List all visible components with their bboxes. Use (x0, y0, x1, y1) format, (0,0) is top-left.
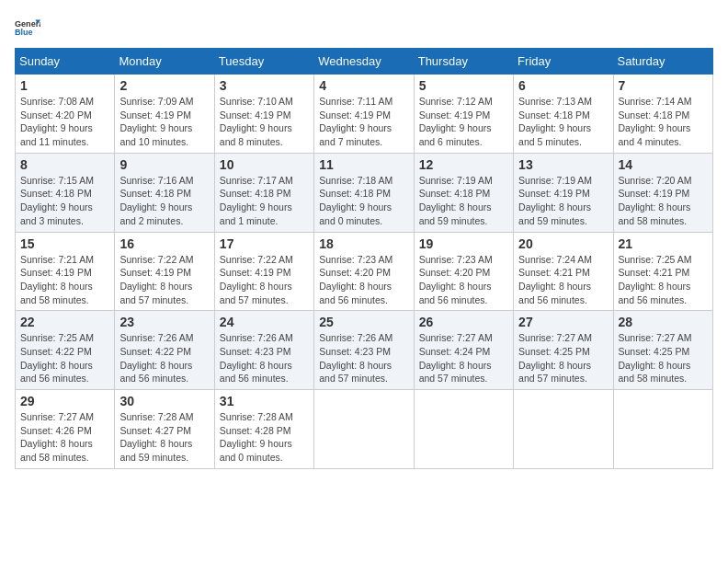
logo: General Blue (15, 15, 44, 40)
calendar-day: 4 Sunrise: 7:11 AMSunset: 4:19 PMDayligh… (314, 75, 414, 154)
calendar-day: 30 Sunrise: 7:28 AMSunset: 4:27 PMDaylig… (115, 390, 214, 469)
weekday-cell: Tuesday (214, 49, 313, 75)
calendar-day: 1 Sunrise: 7:08 AMSunset: 4:20 PMDayligh… (16, 75, 115, 154)
day-number: 5 (419, 78, 508, 93)
day-detail: Sunrise: 7:28 AMSunset: 4:27 PMDaylight:… (119, 410, 209, 465)
day-detail: Sunrise: 7:12 AMSunset: 4:19 PMDaylight:… (419, 95, 508, 149)
logo-icon: General Blue (15, 15, 40, 40)
calendar-week: 1 Sunrise: 7:08 AMSunset: 4:20 PMDayligh… (16, 75, 713, 154)
day-detail: Sunrise: 7:22 AMSunset: 4:19 PMDaylight:… (220, 253, 309, 307)
day-detail: Sunrise: 7:16 AMSunset: 4:18 PMDaylight:… (119, 174, 209, 228)
calendar-day: 3 Sunrise: 7:10 AMSunset: 4:19 PMDayligh… (214, 75, 313, 154)
calendar-day: 12 Sunrise: 7:19 AMSunset: 4:18 PMDaylig… (414, 153, 513, 232)
weekday-cell: Sunday (16, 49, 115, 75)
day-detail: Sunrise: 7:24 AMSunset: 4:21 PMDaylight:… (518, 253, 608, 307)
day-detail: Sunrise: 7:19 AMSunset: 4:19 PMDaylight:… (518, 174, 608, 228)
day-number: 31 (220, 394, 309, 408)
day-detail: Sunrise: 7:10 AMSunset: 4:19 PMDaylight:… (220, 95, 309, 149)
calendar-day: 21 Sunrise: 7:25 AMSunset: 4:21 PMDaylig… (613, 232, 712, 311)
calendar-day (514, 390, 613, 469)
day-detail: Sunrise: 7:25 AMSunset: 4:21 PMDaylight:… (619, 253, 708, 307)
day-detail: Sunrise: 7:13 AMSunset: 4:18 PMDaylight:… (518, 95, 608, 149)
calendar-day: 16 Sunrise: 7:22 AMSunset: 4:19 PMDaylig… (115, 232, 214, 311)
calendar-day: 7 Sunrise: 7:14 AMSunset: 4:18 PMDayligh… (613, 75, 712, 154)
day-number: 23 (119, 315, 209, 329)
day-number: 19 (419, 236, 508, 251)
calendar-day: 2 Sunrise: 7:09 AMSunset: 4:19 PMDayligh… (115, 75, 214, 154)
day-detail: Sunrise: 7:27 AMSunset: 4:24 PMDaylight:… (419, 331, 508, 385)
calendar-day: 23 Sunrise: 7:26 AMSunset: 4:22 PMDaylig… (115, 311, 214, 390)
day-number: 3 (220, 78, 309, 93)
calendar-day: 18 Sunrise: 7:23 AMSunset: 4:20 PMDaylig… (314, 232, 414, 311)
calendar-day: 14 Sunrise: 7:20 AMSunset: 4:19 PMDaylig… (613, 153, 712, 232)
day-detail: Sunrise: 7:23 AMSunset: 4:20 PMDaylight:… (419, 253, 508, 307)
day-number: 29 (20, 394, 109, 408)
day-number: 30 (119, 394, 209, 408)
calendar-day (613, 390, 712, 469)
calendar-day: 17 Sunrise: 7:22 AMSunset: 4:19 PMDaylig… (214, 232, 313, 311)
calendar-table: SundayMondayTuesdayWednesdayThursdayFrid… (15, 48, 713, 469)
day-detail: Sunrise: 7:08 AMSunset: 4:20 PMDaylight:… (20, 95, 109, 149)
day-number: 21 (619, 236, 708, 251)
day-number: 27 (518, 315, 608, 329)
day-number: 7 (619, 78, 708, 93)
weekday-cell: Monday (115, 49, 214, 75)
day-detail: Sunrise: 7:26 AMSunset: 4:22 PMDaylight:… (119, 331, 209, 385)
day-number: 18 (319, 236, 408, 251)
day-number: 20 (518, 236, 608, 251)
calendar-day: 24 Sunrise: 7:26 AMSunset: 4:23 PMDaylig… (214, 311, 313, 390)
day-detail: Sunrise: 7:26 AMSunset: 4:23 PMDaylight:… (319, 331, 408, 385)
day-number: 2 (119, 78, 209, 93)
calendar-day: 11 Sunrise: 7:18 AMSunset: 4:18 PMDaylig… (314, 153, 414, 232)
day-detail: Sunrise: 7:26 AMSunset: 4:23 PMDaylight:… (220, 331, 309, 385)
calendar-day: 26 Sunrise: 7:27 AMSunset: 4:24 PMDaylig… (414, 311, 513, 390)
calendar-body: 1 Sunrise: 7:08 AMSunset: 4:20 PMDayligh… (16, 75, 713, 469)
day-detail: Sunrise: 7:14 AMSunset: 4:18 PMDaylight:… (619, 95, 708, 149)
calendar-day: 15 Sunrise: 7:21 AMSunset: 4:19 PMDaylig… (16, 232, 115, 311)
weekday-cell: Friday (514, 49, 613, 75)
day-number: 16 (119, 236, 209, 251)
calendar-day: 31 Sunrise: 7:28 AMSunset: 4:28 PMDaylig… (214, 390, 313, 469)
calendar-day: 20 Sunrise: 7:24 AMSunset: 4:21 PMDaylig… (514, 232, 613, 311)
day-number: 10 (220, 157, 309, 172)
calendar-day: 13 Sunrise: 7:19 AMSunset: 4:19 PMDaylig… (514, 153, 613, 232)
day-detail: Sunrise: 7:11 AMSunset: 4:19 PMDaylight:… (319, 95, 408, 149)
calendar-day: 19 Sunrise: 7:23 AMSunset: 4:20 PMDaylig… (414, 232, 513, 311)
day-number: 13 (518, 157, 608, 172)
calendar-day: 28 Sunrise: 7:27 AMSunset: 4:25 PMDaylig… (613, 311, 712, 390)
calendar-day: 5 Sunrise: 7:12 AMSunset: 4:19 PMDayligh… (414, 75, 513, 154)
calendar-day: 6 Sunrise: 7:13 AMSunset: 4:18 PMDayligh… (514, 75, 613, 154)
day-number: 6 (518, 78, 608, 93)
day-detail: Sunrise: 7:28 AMSunset: 4:28 PMDaylight:… (220, 410, 309, 465)
page-header: General Blue (15, 15, 713, 40)
calendar-week: 8 Sunrise: 7:15 AMSunset: 4:18 PMDayligh… (16, 153, 713, 232)
day-detail: Sunrise: 7:15 AMSunset: 4:18 PMDaylight:… (20, 174, 109, 228)
day-detail: Sunrise: 7:21 AMSunset: 4:19 PMDaylight:… (20, 253, 109, 307)
day-number: 22 (20, 315, 109, 329)
calendar-week: 22 Sunrise: 7:25 AMSunset: 4:22 PMDaylig… (16, 311, 713, 390)
calendar-week: 29 Sunrise: 7:27 AMSunset: 4:26 PMDaylig… (16, 390, 713, 469)
day-number: 1 (20, 78, 109, 93)
day-number: 14 (619, 157, 708, 172)
day-detail: Sunrise: 7:22 AMSunset: 4:19 PMDaylight:… (119, 253, 209, 307)
day-detail: Sunrise: 7:20 AMSunset: 4:19 PMDaylight:… (619, 174, 708, 228)
day-detail: Sunrise: 7:27 AMSunset: 4:25 PMDaylight:… (619, 331, 708, 385)
calendar-day: 27 Sunrise: 7:27 AMSunset: 4:25 PMDaylig… (514, 311, 613, 390)
day-detail: Sunrise: 7:27 AMSunset: 4:25 PMDaylight:… (518, 331, 608, 385)
day-detail: Sunrise: 7:17 AMSunset: 4:18 PMDaylight:… (220, 174, 309, 228)
day-number: 15 (20, 236, 109, 251)
svg-text:Blue: Blue (15, 28, 33, 37)
day-number: 4 (319, 78, 408, 93)
weekday-cell: Thursday (414, 49, 513, 75)
day-detail: Sunrise: 7:23 AMSunset: 4:20 PMDaylight:… (319, 253, 408, 307)
calendar-day: 29 Sunrise: 7:27 AMSunset: 4:26 PMDaylig… (16, 390, 115, 469)
calendar-week: 15 Sunrise: 7:21 AMSunset: 4:19 PMDaylig… (16, 232, 713, 311)
day-number: 26 (419, 315, 508, 329)
weekday-cell: Wednesday (314, 49, 414, 75)
day-number: 11 (319, 157, 408, 172)
weekday-cell: Saturday (613, 49, 712, 75)
weekday-header: SundayMondayTuesdayWednesdayThursdayFrid… (16, 49, 713, 75)
day-detail: Sunrise: 7:18 AMSunset: 4:18 PMDaylight:… (319, 174, 408, 228)
day-detail: Sunrise: 7:27 AMSunset: 4:26 PMDaylight:… (20, 410, 109, 465)
day-number: 25 (319, 315, 408, 329)
